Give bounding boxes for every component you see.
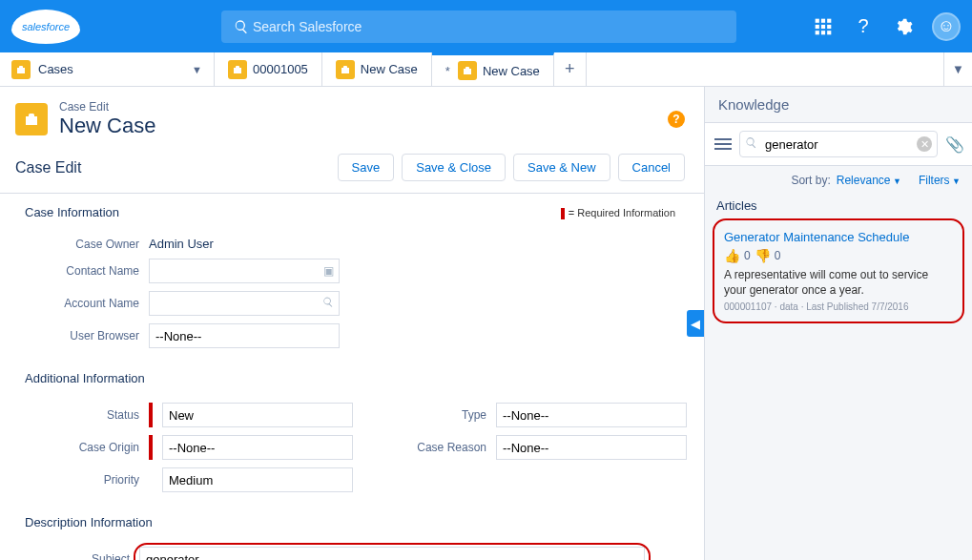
new-tab-button[interactable]: +	[554, 52, 587, 86]
logo-text: salesforce	[22, 21, 70, 32]
svg-rect-5	[827, 24, 831, 28]
label-case-origin: Case Origin	[25, 441, 139, 454]
label-status: Status	[25, 408, 139, 422]
tab-00001005[interactable]: 00001005	[215, 52, 322, 86]
knowledge-menu-icon[interactable]	[714, 138, 732, 150]
knowledge-header: Knowledge	[705, 87, 972, 123]
form-title: Case Edit	[15, 159, 81, 176]
page-header-text: Case Edit New Case	[59, 100, 155, 138]
case-icon	[15, 103, 48, 135]
description-grid: Subject	[0, 535, 704, 560]
tab-new-case-1[interactable]: New Case	[322, 52, 432, 86]
thumbs-down-icon[interactable]: 👎	[755, 248, 771, 263]
header-actions: ? ☺	[812, 12, 961, 41]
label-type: Type	[391, 408, 486, 422]
up-count: 0	[744, 249, 751, 262]
type-select[interactable]: --None--	[496, 403, 687, 427]
panel-collapse-button[interactable]: ◀	[687, 310, 704, 337]
required-bar	[149, 403, 153, 427]
main-content: Case Edit New Case ? Case Edit Save Save…	[0, 87, 972, 560]
article-card: Generator Maintenance Schedule 👍0 👎0 A r…	[713, 218, 964, 323]
chevron-down-icon[interactable]: ▼	[192, 64, 202, 75]
svg-rect-2	[827, 18, 831, 22]
knowledge-toolbar: ✕ 📎	[705, 123, 972, 166]
article-meta: 000001107 · data · Last Published 7/7/20…	[724, 301, 953, 312]
knowledge-search: ✕	[739, 131, 938, 157]
sort-by-dropdown[interactable]: Relevance ▼	[837, 174, 901, 187]
logo-wrap: salesforce	[11, 10, 221, 44]
case-origin-select[interactable]: --None--	[162, 435, 353, 460]
user-browser-select[interactable]: --None--	[149, 323, 340, 348]
global-search-input[interactable]	[253, 19, 727, 34]
save-button[interactable]: Save	[338, 154, 395, 181]
priority-select[interactable]: Medium	[162, 467, 353, 492]
case-information-grid: Case Owner Admin User Contact Name ▣ Acc…	[0, 225, 704, 360]
svg-rect-8	[827, 31, 831, 34]
help-icon[interactable]: ?	[852, 15, 875, 38]
user-avatar[interactable]: ☺	[932, 12, 961, 41]
subject-input[interactable]	[139, 547, 645, 560]
search-icon[interactable]	[322, 297, 334, 311]
search-icon	[231, 15, 253, 38]
save-new-button[interactable]: Save & New	[513, 154, 610, 181]
svg-rect-0	[816, 18, 819, 22]
articles-heading: Articles	[705, 195, 972, 218]
salesforce-logo[interactable]: salesforce	[11, 10, 80, 44]
cancel-button[interactable]: Cancel	[618, 154, 685, 181]
article-votes: 👍0 👎0	[724, 248, 953, 263]
global-search-wrap	[221, 10, 736, 43]
tab-new-case-2[interactable]: * New Case	[432, 52, 554, 86]
label-priority: Priority	[25, 473, 139, 487]
thumbs-up-icon[interactable]: 👍	[724, 248, 740, 263]
page-title: New Case	[59, 114, 155, 138]
label-case-reason: Case Reason	[391, 441, 486, 454]
sort-by-label: Sort by:	[791, 174, 830, 187]
global-header: salesforce ? ☺	[0, 0, 972, 52]
required-bar	[149, 435, 153, 460]
attach-icon[interactable]: 📎	[945, 135, 962, 154]
article-title-link[interactable]: Generator Maintenance Schedule	[724, 230, 953, 244]
save-close-button[interactable]: Save & Close	[402, 154, 506, 181]
down-count: 0	[775, 249, 781, 262]
svg-rect-3	[816, 24, 819, 28]
section-description-information: Description Information	[0, 504, 704, 535]
label-contact-name: Contact Name	[25, 264, 139, 278]
context-help-icon[interactable]: ?	[668, 111, 685, 128]
tabs-overflow-button[interactable]: ▼	[943, 52, 972, 86]
label-case-owner: Case Owner	[25, 238, 139, 251]
filters-dropdown[interactable]: Filters ▼	[919, 174, 961, 187]
label-account-name: Account Name	[25, 297, 139, 310]
page-header: Case Edit New Case ?	[0, 87, 704, 148]
lookup-icon[interactable]: ▣	[323, 264, 334, 278]
svg-rect-7	[821, 31, 825, 34]
object-tab-cases[interactable]: Cases ▼	[0, 52, 215, 86]
label-subject: Subject	[25, 552, 130, 560]
unsaved-indicator-icon: *	[445, 64, 450, 78]
required-note: = Required Information	[561, 194, 704, 219]
setup-gear-icon[interactable]	[892, 15, 915, 38]
form-buttons: Save Save & Close Save & New Cancel	[338, 154, 685, 181]
svg-rect-6	[816, 31, 819, 34]
form-top-bar: Case Edit Save Save & Close Save & New C…	[0, 148, 704, 194]
tab-label: New Case	[361, 62, 418, 76]
case-icon	[336, 60, 355, 79]
case-reason-select[interactable]: --None--	[496, 435, 687, 460]
clear-search-icon[interactable]: ✕	[917, 136, 932, 152]
additional-information-grid: Status New Type --None-- Case Origin --N…	[0, 391, 704, 504]
knowledge-panel: Knowledge ✕ 📎 Sort by: Relevance ▼ Filte…	[705, 87, 972, 560]
case-edit-pane: Case Edit New Case ? Case Edit Save Save…	[0, 87, 705, 560]
tab-label: 00001005	[253, 62, 308, 76]
value-case-owner: Admin User	[149, 237, 214, 251]
case-icon	[228, 60, 247, 79]
tab-label: New Case	[483, 64, 540, 78]
label-user-browser: User Browser	[25, 329, 139, 342]
account-name-input[interactable]	[149, 291, 340, 316]
app-launcher-icon[interactable]	[812, 15, 835, 38]
global-search[interactable]	[221, 10, 736, 43]
knowledge-search-input[interactable]	[739, 131, 938, 157]
contact-name-input[interactable]	[149, 259, 340, 283]
knowledge-filters: Sort by: Relevance ▼ Filters ▼	[705, 166, 972, 195]
svg-rect-4	[821, 24, 825, 28]
status-select[interactable]: New	[162, 403, 353, 427]
svg-rect-1	[821, 18, 825, 22]
